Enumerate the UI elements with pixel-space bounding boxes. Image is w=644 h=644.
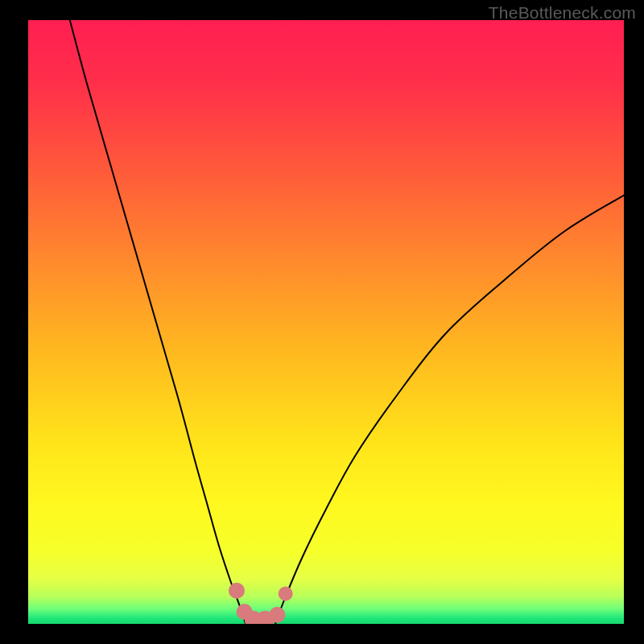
right-blob-lower (269, 607, 285, 623)
gradient-background (28, 20, 624, 624)
left-blob-upper (229, 583, 245, 599)
watermark-text: TheBottleneck.com (489, 3, 636, 23)
right-blob-upper (279, 587, 293, 601)
bottleneck-chart (28, 20, 624, 624)
chart-frame: TheBottleneck.com (0, 0, 644, 644)
plot-area (28, 20, 624, 624)
